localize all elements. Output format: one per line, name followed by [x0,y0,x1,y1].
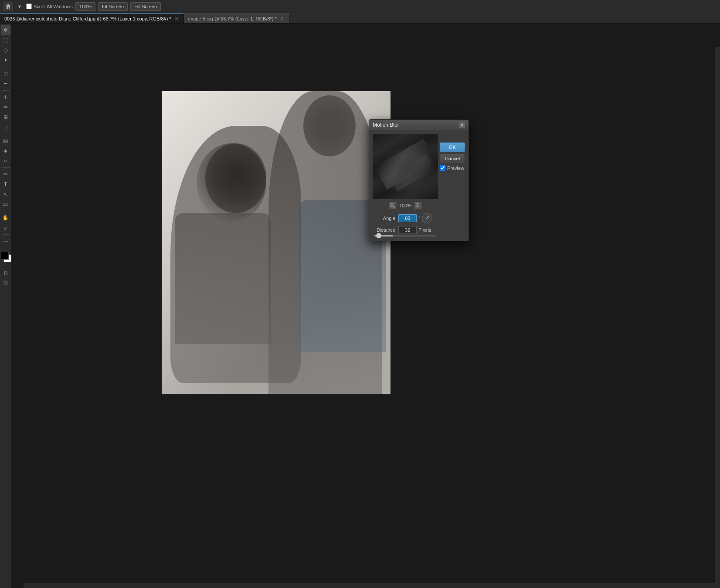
angle-dial-line [426,215,430,218]
distance-slider-row [373,234,438,237]
heal-tool-btn[interactable]: ✛ [1,92,10,102]
distance-label: Distance: [373,227,397,233]
tool-arrow[interactable]: ▼ [16,3,24,10]
tool-separator-6 [2,234,10,235]
gradient-icon: ▤ [3,138,8,144]
dialog-content: 100% Angle: ° [369,130,469,241]
canvas-area: Motion Blur ✕ [11,24,720,588]
stamp-icon: ⊞ [3,114,8,120]
scroll-all-container: Scroll All Windows [26,3,73,9]
lasso-icon: ◌ [3,47,8,53]
ok-button[interactable]: OK [440,142,465,152]
move-tool-btn[interactable]: ✥ [1,25,10,35]
zoom-tool-btn[interactable]: ⌕ [1,223,10,233]
text-tool-btn[interactable]: T [1,179,10,189]
doc-tab-close-0[interactable]: ✕ [174,16,179,21]
brush-tool-btn[interactable]: ✏ [1,102,10,112]
path-icon: ↖ [3,191,8,197]
preview-check-row: Preview [440,165,465,171]
select-icon: ⬚ [3,37,8,43]
crop-icon: ⊡ [3,71,8,77]
wand-icon: ✦ [3,57,8,63]
vertical-scrollbar[interactable] [715,47,720,583]
zoom-icon: ⌕ [4,225,7,231]
path-tool-btn[interactable]: ↖ [1,189,10,199]
clothing-1 [175,213,271,344]
move-icon: ✥ [3,27,8,33]
zoom-value-btn[interactable]: 100% [75,2,95,11]
wand-tool-btn[interactable]: ✦ [1,55,10,65]
hand-tool-btn[interactable]: ✋ [1,213,10,223]
foreground-color-swatch[interactable] [1,252,9,260]
tool-separator-4 [2,167,10,168]
home-button[interactable] [3,2,13,11]
svg-line-4 [419,206,420,208]
tool-separator-7 [2,248,10,248]
preview-check-label: Preview [447,166,464,171]
dodge-icon: ○ [4,158,7,164]
crop-tool-btn[interactable]: ⊡ [1,69,10,78]
angle-input[interactable] [398,214,417,222]
dialog-controls: Angle: ° Distance: Pixels [373,213,438,234]
tool-separator-3 [2,134,10,134]
cancel-button[interactable]: Cancel [440,154,465,163]
image-content [162,91,391,394]
frame-tool-btn[interactable]: ⊟ [1,268,10,277]
eraser-tool-btn[interactable]: ◻ [1,122,10,132]
svg-line-1 [394,206,395,208]
top-toolbar: ▼ Scroll All Windows 100% Fit Screen Fil… [0,0,720,13]
pen-icon: ✑ [3,171,8,177]
horizontal-scrollbar[interactable] [24,583,720,588]
doc-tab-close-1[interactable]: ✕ [279,16,285,21]
dodge-tool-btn[interactable]: ○ [1,156,10,166]
extras-tool-btn[interactable]: ⋯ [1,237,10,246]
zoom-controls: 100% [373,202,438,210]
frame-icon: ⊟ [4,270,7,275]
doc-tab-label-1: image 5.jpg @ 53.7% (Layer 1, RGB/8*) * [188,16,277,21]
dialog-buttons: OK Cancel Preview [440,142,465,171]
doc-tab-label-0: 0036 @dianenicolephoto Diane Clifford.jp… [4,16,171,21]
eyedropper-tool-btn[interactable]: ✒ [1,79,10,88]
doc-tab-0[interactable]: 0036 @dianenicolephoto Diane Clifford.jp… [0,14,184,23]
tool-separator-5 [2,211,10,211]
head-man [303,95,356,156]
fill-screen-btn[interactable]: Fill Screen [130,2,161,11]
screen-mode-icon: ⬛ [3,280,8,285]
zoom-percent-label: 100% [399,203,411,208]
preview-area[interactable] [373,134,438,199]
screen-mode-btn[interactable]: ⬛ [1,278,10,287]
doc-tab-1[interactable]: image 5.jpg @ 53.7% (Layer 1, RGB/8*) * … [184,14,289,23]
select-tool-btn[interactable]: ⬚ [1,35,10,45]
zoom-in-btn[interactable] [414,202,422,210]
blur-icon: ◈ [3,148,7,154]
distance-slider[interactable] [374,235,436,237]
tool-separator-2 [2,90,10,91]
shape-tool-btn[interactable]: ▭ [1,199,10,209]
dialog-title: Motion Blur [373,122,399,128]
eraser-icon: ◻ [3,124,8,130]
tool-separator-1 [2,67,10,67]
brush-icon: ✏ [3,104,8,110]
hand-icon: ✋ [2,215,9,221]
angle-control-row: Angle: ° [373,213,438,223]
extras-icon: ⋯ [3,238,8,244]
zoom-out-btn[interactable] [389,202,397,210]
stamp-tool-btn[interactable]: ⊞ [1,112,10,122]
lasso-tool-btn[interactable]: ◌ [1,45,10,55]
angle-label: Angle: [373,216,397,221]
scroll-all-checkbox[interactable] [26,3,32,9]
eyedropper-icon: ✒ [3,81,8,87]
pen-tool-btn[interactable]: ✑ [1,169,10,179]
color-swatches [1,252,10,264]
scroll-all-label: Scroll All Windows [34,4,73,9]
fit-screen-btn[interactable]: Fit Screen [98,2,128,11]
left-toolbar: ✥ ⬚ ◌ ✦ ⊡ ✒ ✛ ✏ ⊞ ◻ ▤ [0,24,11,588]
canvas-document [162,91,391,394]
dialog-close-btn[interactable]: ✕ [459,122,465,128]
angle-dial[interactable] [422,213,432,223]
blur-tool-btn[interactable]: ◈ [1,146,10,155]
gradient-tool-btn[interactable]: ▤ [1,136,10,145]
dialog-titlebar[interactable]: Motion Blur ✕ [369,120,469,130]
tool-separator-8 [2,266,10,266]
preview-checkbox[interactable] [440,165,445,171]
